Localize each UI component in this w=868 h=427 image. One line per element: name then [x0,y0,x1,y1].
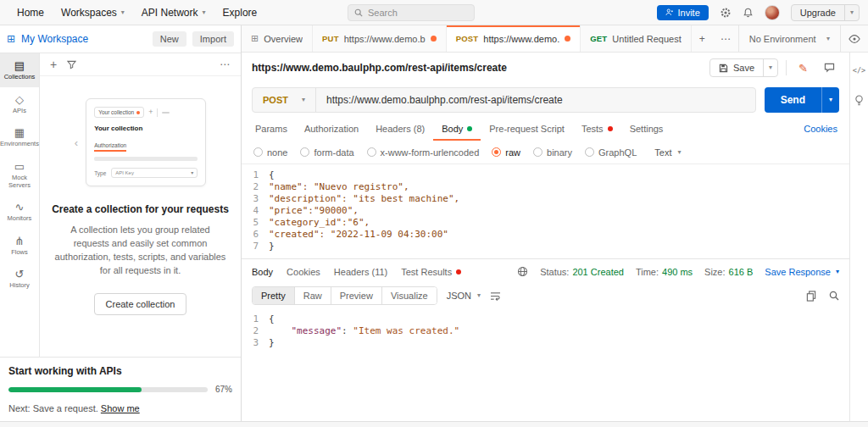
environment-selector[interactable]: No Environment ▾ [738,25,840,52]
new-button[interactable]: New [153,31,186,47]
response-body-viewer[interactable]: 1{ 2 "message": "Item was created." 3} [242,308,849,421]
body-type-form-data[interactable]: form-data [300,147,353,158]
nav-api-network[interactable]: API Network▾ [133,3,214,22]
body-type-graphql[interactable]: GraphQL [585,147,637,158]
tab-post-request[interactable]: POST https://www.demo. [447,25,581,52]
tab-headers[interactable]: Headers (8) [367,117,433,141]
code-snippet-icon[interactable]: </> [853,66,865,75]
add-collection-button[interactable]: + [50,58,57,70]
tab-get-request[interactable]: GET Untitled Request [581,25,691,52]
code-line[interactable]: 2 "message": "Item was created." [242,325,849,337]
environments-icon: ▦ [14,127,25,138]
method-selector[interactable]: POST ▾ [253,88,316,112]
search-input[interactable] [368,8,468,18]
line-number: 1 [242,313,269,325]
nav-home[interactable]: Home [8,3,53,22]
url-input[interactable]: https://www.demo.baulphp.com/rest-api/it… [316,94,573,106]
response-language-selector[interactable]: JSON▾ [447,291,481,301]
search-response-icon[interactable] [829,291,839,301]
send-options-caret[interactable]: ▾ [821,87,839,113]
save-button[interactable]: Save ▾ [709,58,778,77]
tab-body[interactable]: Body [433,117,481,141]
sidebar-item-collections[interactable]: ▤Collections [0,53,39,87]
sidebar-item-environments[interactable]: ▦Environments [0,120,39,154]
next-step-text: Next: Save a request. Show me [8,403,232,413]
workspace-title[interactable]: My Workspace [21,33,147,45]
body-type-raw[interactable]: raw [492,147,520,158]
response-tab-cookies[interactable]: Cookies [287,267,320,277]
body-type-none[interactable]: none [253,147,287,158]
body-type-binary[interactable]: binary [533,147,572,158]
filter-icon[interactable] [67,60,76,69]
show-me-link[interactable]: Show me [101,403,140,413]
body-type-x-www-form-urlencoded[interactable]: x-www-form-urlencoded [367,147,480,158]
tab-params[interactable]: Params [247,117,296,141]
code-line[interactable]: 6"created": "2022-11-09 04:30:00" [242,229,849,241]
tab-label: https://www.demo. [483,34,559,44]
edit-pencil-icon[interactable]: ✎ [794,60,812,76]
network-globe-icon[interactable] [517,266,528,277]
nav-workspaces[interactable]: Workspaces▾ [53,3,133,22]
invite-button[interactable]: Invite [657,5,708,20]
code-line[interactable]: 2"name": "Nuevo registro", [242,181,849,193]
tab-settings[interactable]: Settings [621,117,672,141]
collection-illustration: ‹ Your collection + Your collection Auth… [75,98,206,186]
environment-label: No Environment [749,34,816,44]
cookies-link[interactable]: Cookies [804,117,844,141]
wrap-text-icon[interactable] [490,291,501,301]
code-line[interactable]: 3"description": "its best machine", [242,193,849,205]
create-collection-button[interactable]: Create collection [94,293,187,315]
new-tab-button[interactable]: + [692,25,713,52]
nav-explore[interactable]: Explore [214,3,266,22]
environment-eye-icon[interactable] [840,25,868,52]
chevron-down-icon: ▾ [121,9,125,16]
code-line[interactable]: 5"category_id":"6", [242,217,849,229]
tab-tests[interactable]: Tests [573,117,621,141]
tab-authorization[interactable]: Authorization [296,117,367,141]
send-button[interactable]: Send ▾ [765,87,839,113]
sidebar-item-monitors[interactable]: ∿Monitors [0,195,39,229]
rail-label: Environments [0,141,39,148]
illustration-tab-row: Your collection + [94,107,198,118]
sidebar-item-history[interactable]: ↺History [0,262,39,296]
response-tab-body[interactable]: Body [252,267,273,277]
notifications-bell-icon[interactable] [743,7,754,19]
save-response-button[interactable]: Save Response▾ [765,267,839,277]
line-number: 5 [242,217,269,229]
response-tab-test-results[interactable]: Test Results [401,267,461,277]
import-button[interactable]: Import [192,31,234,47]
copy-icon[interactable] [806,291,816,302]
view-pretty[interactable]: Pretty [253,287,295,304]
code-line[interactable]: 4"price":"90000", [242,205,849,217]
tab-options-button[interactable]: ⋯ [713,25,738,52]
code-line[interactable]: 1{ [242,169,849,181]
sidebar-item-apis[interactable]: ◇APIs [0,87,39,121]
code-line[interactable]: 7} [242,241,849,252]
code-line[interactable]: 1{ [242,313,849,325]
view-visualize[interactable]: Visualize [382,287,437,304]
tab-pre-request-script[interactable]: Pre-request Script [481,117,573,141]
request-title-row: https://www.demo.baulphp.com/rest-api/it… [242,53,849,83]
upgrade-button[interactable]: Upgrade ▾ [791,4,860,21]
progress-bar [8,387,208,392]
collections-more-options-button[interactable]: ⋯ [220,58,231,70]
response-header: Body Cookies Headers (11) Test Results S… [242,258,849,284]
view-preview[interactable]: Preview [331,287,382,304]
comment-icon[interactable] [820,60,839,75]
sidebar-item-flows[interactable]: ⋔Flows [0,229,39,263]
code-line[interactable]: 3} [242,337,849,349]
lightbulb-icon[interactable] [854,95,864,107]
raw-language-selector[interactable]: Text▾ [654,147,681,158]
request-body-editor[interactable]: 1{ 2"name": "Nuevo registro", 3"descript… [242,164,849,258]
url-field[interactable]: POST ▾ https://www.demo.baulphp.com/rest… [252,87,756,113]
sidebar-item-mock-servers[interactable]: ▭Mock Servers [0,154,39,195]
global-search[interactable] [348,4,475,21]
tab-overview[interactable]: ⊞ Overview [242,25,313,52]
settings-gear-icon[interactable] [720,7,732,19]
rail-label: Monitors [8,215,32,223]
tab-put-request[interactable]: PUT https://www.demo.b [313,25,447,52]
save-options-caret[interactable]: ▾ [764,59,777,76]
view-raw[interactable]: Raw [295,287,331,304]
response-tab-headers[interactable]: Headers (11) [334,267,387,277]
user-avatar[interactable] [765,5,780,20]
